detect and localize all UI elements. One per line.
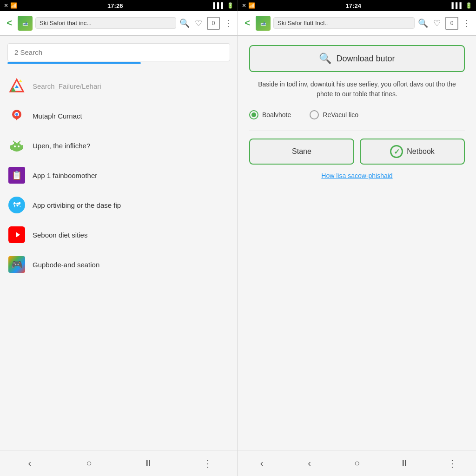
- right-back-button[interactable]: <: [242, 18, 253, 29]
- list-item[interactable]: 🗺 App ortivibing or the dase fip: [7, 190, 230, 220]
- netbook-button[interactable]: ✓ Netbook: [360, 139, 465, 165]
- list-item[interactable]: 📋 App 1 fainboomother: [7, 160, 230, 190]
- nav-home-left[interactable]: ○: [80, 454, 99, 473]
- download-button-label: Download butor: [336, 54, 395, 64]
- left-back-button[interactable]: <: [4, 18, 15, 29]
- nav-back-right2[interactable]: ‹: [300, 454, 319, 473]
- svg-line-17: [19, 141, 20, 143]
- book-icon-box: 📋: [8, 167, 25, 184]
- left-browser-toolbar: < 🎿 Ski Safori that inc... 🔍 ♡ 0 ⋮: [0, 11, 238, 35]
- status-bar-right-panel-right: ▌▌▌ 🔋: [451, 2, 472, 9]
- left-menu-button[interactable]: ⋮: [223, 18, 234, 29]
- book-icon-symbol: 📋: [12, 170, 22, 180]
- game-icon: 🎮: [7, 255, 26, 274]
- list-item[interactable]: Upen, the infliche?: [7, 131, 230, 160]
- nav-back-right1[interactable]: ‹: [252, 454, 271, 473]
- svg-point-14: [14, 145, 16, 147]
- book-icon: 📋: [7, 166, 26, 185]
- status-bar-right-panel-left: ✕ 📶: [242, 2, 255, 9]
- download-search-icon: 🔍: [319, 53, 331, 65]
- nav-pause-left[interactable]: ⏸: [139, 454, 158, 473]
- stane-button[interactable]: Stane: [249, 139, 354, 165]
- waze-symbol: 🗺: [13, 201, 20, 209]
- waze-icon-box: 🗺: [8, 197, 25, 213]
- youtube-icon: [7, 225, 26, 244]
- list-item[interactable]: Mutaplr Curnact: [7, 101, 230, 131]
- stane-label: Stane: [292, 147, 311, 155]
- right-panel: 🔍 Download butor Baside in todl inv, dow…: [238, 36, 476, 450]
- right-search-icon[interactable]: 🔍: [417, 18, 429, 29]
- nav-pause-right[interactable]: ⏸: [395, 454, 414, 473]
- game-icon-box: 🎮: [8, 256, 25, 273]
- svg-marker-2: [19, 79, 22, 82]
- triangle-icon: [7, 77, 26, 95]
- right-favicon-img: 🎿: [256, 16, 271, 31]
- item-label-app1: App 1 fainboomother: [33, 172, 97, 179]
- nav-bar-right: ‹ ‹ ○ ⏸ ⋮: [238, 450, 476, 476]
- search-result-list: Search_Failure/Lehari Mutaplr Curnact: [7, 71, 230, 279]
- waze-icon: 🗺: [7, 196, 26, 214]
- left-url-bar[interactable]: Ski Safori that inc...: [35, 17, 176, 29]
- radio-circle-2[interactable]: [310, 110, 319, 119]
- x-icon2: ✕: [242, 2, 246, 9]
- radio-option-2[interactable]: ReVacul lico: [310, 110, 358, 119]
- right-favicon: 🎿: [256, 16, 271, 31]
- right-browser-toolbar: < 🎿 Ski Safor flutt Incl.. 🔍 ♡ 0 ⋮: [238, 11, 476, 35]
- time-right: 17:24: [346, 2, 361, 9]
- search-container: [7, 43, 230, 64]
- nav-back-left[interactable]: ‹: [20, 454, 39, 473]
- item-label-seboon: Seboon diet sities: [33, 231, 87, 239]
- x-icon: ✕: [4, 2, 8, 9]
- youtube-icon-box: [8, 226, 25, 243]
- radio-option-1[interactable]: Boalvhote: [249, 110, 291, 119]
- status-bar-left: ✕ 📶: [4, 2, 17, 9]
- wifi-icon2: 📶: [248, 2, 255, 9]
- netbook-label: Netbook: [407, 147, 435, 156]
- left-favicon-img: 🎿: [18, 16, 33, 31]
- nav-more-right[interactable]: ⋮: [443, 454, 462, 473]
- radio-group: Boalvhote ReVacul lico: [249, 106, 465, 123]
- svg-marker-3: [15, 85, 19, 88]
- right-url-bar[interactable]: Ski Safor flutt Incl..: [273, 17, 415, 29]
- list-item[interactable]: Seboon diet sities: [7, 220, 230, 250]
- wifi-icon: 📶: [10, 2, 17, 9]
- action-buttons: Stane ✓ Netbook: [249, 139, 465, 165]
- divider: [249, 131, 465, 131]
- description-text: Baside in todl inv, downtuit his use ser…: [249, 79, 465, 99]
- item-label-gupbode: Gupbode-and seation: [33, 261, 99, 269]
- left-cart-count: 0: [212, 20, 215, 26]
- nav-bar-left: ‹ ○ ⏸ ⋮: [0, 450, 238, 476]
- signal-icon2: ▌▌▌: [451, 2, 463, 9]
- right-menu-button[interactable]: ⋮: [461, 18, 472, 29]
- nav-bar: ‹ ○ ⏸ ⋮ ‹ ‹ ○ ⏸ ⋮: [0, 450, 476, 476]
- radio-label-1: Boalvhote: [262, 111, 291, 119]
- radio-circle-1[interactable]: [249, 110, 258, 119]
- download-button[interactable]: 🔍 Download butor: [249, 45, 465, 72]
- left-favicon: 🎿: [18, 16, 33, 31]
- nav-home-right[interactable]: ○: [348, 454, 366, 473]
- signal-icon: ▌▌▌: [213, 2, 225, 9]
- right-cart-count: 0: [450, 20, 454, 26]
- svg-point-15: [18, 145, 20, 147]
- svg-rect-10: [10, 145, 12, 149]
- netbook-check-icon: ✓: [390, 145, 403, 158]
- left-cart-button[interactable]: 0: [207, 17, 220, 30]
- right-cart-button[interactable]: 0: [445, 17, 458, 30]
- android-icon: [7, 136, 26, 155]
- svg-point-7: [15, 113, 18, 116]
- left-search-icon[interactable]: 🔍: [179, 18, 190, 29]
- game-symbol: 🎮: [11, 259, 23, 270]
- left-heart-icon[interactable]: ♡: [193, 18, 204, 29]
- right-heart-icon[interactable]: ♡: [431, 18, 443, 29]
- svg-marker-18: [16, 232, 20, 238]
- item-label-failure: Search_Failure/Lehari: [33, 82, 101, 90]
- learn-more-link[interactable]: How lisa sacow-phishaid: [249, 172, 465, 179]
- list-item[interactable]: 🎮 Gupbode-and seation: [7, 250, 230, 279]
- left-panel: Search_Failure/Lehari Mutaplr Curnact: [0, 36, 238, 450]
- item-label-appnav: App ortivibing or the dase fip: [33, 201, 121, 209]
- search-input[interactable]: [7, 43, 230, 61]
- maps-icon: [7, 106, 26, 125]
- nav-more-left[interactable]: ⋮: [198, 454, 217, 473]
- battery-icon2: 🔋: [465, 2, 472, 9]
- list-item[interactable]: Search_Failure/Lehari: [7, 71, 230, 101]
